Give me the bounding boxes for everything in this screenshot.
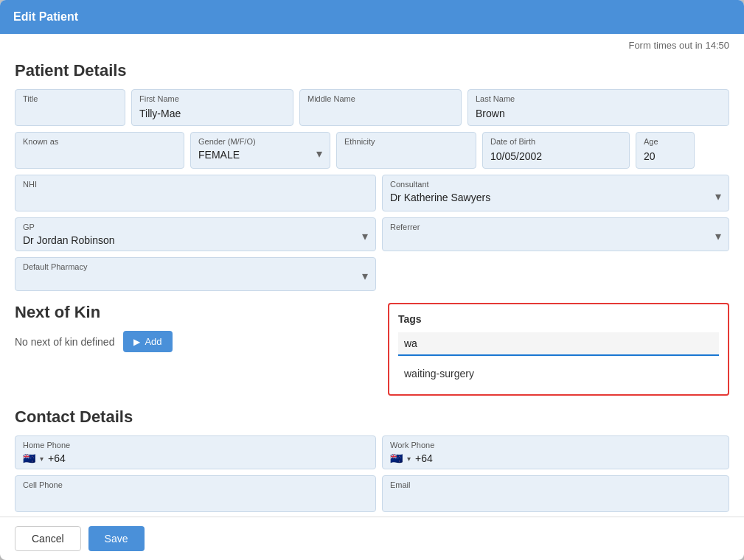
homephone-flag: 🇳🇿 bbox=[23, 452, 35, 464]
homephone-dropdown-icon[interactable]: ▾ bbox=[40, 455, 44, 463]
lastname-input[interactable] bbox=[476, 106, 721, 121]
homephone-value: 🇳🇿 ▾ bbox=[23, 452, 368, 464]
gp-label: GP bbox=[23, 223, 368, 231]
knownas-label: Known as bbox=[23, 137, 176, 146]
tags-title: Tags bbox=[398, 313, 719, 325]
cellphone-field: Cell Phone bbox=[15, 475, 376, 512]
nhi-field: NHI bbox=[15, 175, 376, 211]
email-label: Email bbox=[390, 480, 721, 489]
title-label: Title bbox=[23, 94, 117, 103]
dob-field: Date of Birth bbox=[482, 132, 630, 169]
phone-row: Home Phone 🇳🇿 ▾ Work Phone 🇳🇿 ▾ bbox=[15, 435, 729, 469]
gp-select[interactable]: Dr Jordan Robinson bbox=[23, 234, 368, 246]
nok-title: Next of Kin bbox=[15, 303, 376, 322]
add-nok-label: Add bbox=[145, 336, 161, 347]
gp-field: GP Dr Jordan Robinson bbox=[15, 217, 376, 251]
gender-field: Gender (M/F/O) FEMALE MALE OTHER bbox=[190, 132, 330, 169]
ethnicity-label: Ethnicity bbox=[344, 137, 468, 146]
modal-footer: Cancel Save bbox=[0, 517, 744, 560]
modal-body: Form times out in 14:50 Patient Details … bbox=[0, 34, 744, 517]
gender-select[interactable]: FEMALE MALE OTHER bbox=[198, 149, 322, 161]
nhi-input[interactable] bbox=[23, 192, 368, 206]
add-nok-icon: ▶ bbox=[133, 337, 140, 347]
workphone-value: 🇳🇿 ▾ bbox=[390, 452, 721, 464]
lastname-label: Last Name bbox=[476, 94, 721, 103]
knownas-input[interactable] bbox=[23, 149, 176, 164]
contact-details-title: Contact Details bbox=[15, 407, 729, 427]
tags-input-wrapper bbox=[398, 332, 719, 356]
tags-input[interactable] bbox=[404, 337, 713, 349]
gp-referrer-row: GP Dr Jordan Robinson Referrer bbox=[15, 217, 729, 251]
save-button[interactable]: Save bbox=[88, 526, 145, 551]
edit-patient-modal: Edit Patient Form times out in 14:50 Pat… bbox=[0, 0, 744, 560]
demographics-row: Known as Gender (M/F/O) FEMALE MALE OTHE… bbox=[15, 132, 729, 169]
email-field: Email bbox=[382, 475, 729, 512]
cellphone-label: Cell Phone bbox=[23, 480, 368, 489]
dob-input[interactable] bbox=[490, 149, 622, 164]
ethnicity-input[interactable] bbox=[344, 149, 468, 164]
firstname-label: First Name bbox=[139, 94, 285, 103]
tags-suggestion-waiting-surgery[interactable]: waiting-surgery bbox=[398, 362, 719, 385]
workphone-flag: 🇳🇿 bbox=[390, 452, 403, 464]
pharmacy-row: Default Pharmacy bbox=[15, 257, 729, 291]
workphone-dropdown-icon[interactable]: ▾ bbox=[407, 455, 411, 463]
add-nok-button[interactable]: ▶ Add bbox=[123, 331, 172, 352]
referrer-select[interactable] bbox=[390, 234, 721, 246]
nok-empty-row: No next of kin defined ▶ Add bbox=[15, 331, 376, 352]
referrer-field: Referrer bbox=[382, 217, 729, 251]
cellphone-input[interactable] bbox=[23, 492, 368, 507]
workphone-input[interactable] bbox=[415, 452, 721, 464]
pharmacy-label: Default Pharmacy bbox=[23, 262, 368, 271]
patient-details-title: Patient Details bbox=[15, 61, 729, 80]
age-input[interactable] bbox=[644, 149, 686, 164]
timeout-notice: Form times out in 14:50 bbox=[15, 34, 729, 54]
firstname-field: First Name bbox=[131, 89, 293, 126]
tags-box: Tags waiting-surgery bbox=[388, 303, 729, 396]
modal-title: Edit Patient bbox=[13, 10, 78, 23]
consultant-label: Consultant bbox=[390, 180, 721, 189]
consultant-select[interactable]: Dr Katherine Sawyers bbox=[390, 192, 721, 203]
consultant-field: Consultant Dr Katherine Sawyers bbox=[382, 175, 729, 211]
middlename-input[interactable] bbox=[307, 106, 453, 121]
dob-label: Date of Birth bbox=[490, 137, 622, 146]
middlename-field: Middle Name bbox=[299, 89, 462, 126]
nhi-label: NHI bbox=[23, 180, 368, 189]
pharmacy-select[interactable] bbox=[23, 274, 368, 286]
title-field: Title bbox=[15, 89, 125, 126]
email-input[interactable] bbox=[390, 492, 721, 507]
lastname-field: Last Name bbox=[467, 89, 729, 126]
nok-empty-label: No next of kin defined bbox=[15, 336, 114, 348]
age-label: Age bbox=[644, 137, 686, 146]
modal-header: Edit Patient bbox=[0, 0, 744, 34]
pharmacy-field: Default Pharmacy bbox=[15, 257, 376, 291]
referrer-label: Referrer bbox=[390, 223, 721, 231]
title-input[interactable] bbox=[23, 106, 117, 121]
name-row: Title First Name Middle Name Last Name bbox=[15, 89, 729, 126]
nok-section: Next of Kin No next of kin defined ▶ Add bbox=[15, 303, 376, 352]
homephone-label: Home Phone bbox=[23, 441, 368, 449]
cellphone-email-row: Cell Phone Email bbox=[15, 475, 729, 512]
knownas-field: Known as bbox=[15, 132, 184, 169]
age-field: Age bbox=[636, 132, 695, 169]
workphone-label: Work Phone bbox=[390, 441, 721, 449]
nhi-consultant-row: NHI Consultant Dr Katherine Sawyers bbox=[15, 175, 729, 211]
gender-label: Gender (M/F/O) bbox=[198, 137, 322, 146]
nok-tags-section: Next of Kin No next of kin defined ▶ Add… bbox=[15, 303, 729, 396]
middlename-label: Middle Name bbox=[307, 94, 453, 103]
cancel-button[interactable]: Cancel bbox=[15, 526, 81, 551]
ethnicity-field: Ethnicity bbox=[336, 132, 476, 169]
homephone-input[interactable] bbox=[48, 452, 368, 464]
homephone-field: Home Phone 🇳🇿 ▾ bbox=[15, 435, 376, 469]
firstname-input[interactable] bbox=[139, 106, 285, 121]
workphone-field: Work Phone 🇳🇿 ▾ bbox=[382, 435, 729, 469]
